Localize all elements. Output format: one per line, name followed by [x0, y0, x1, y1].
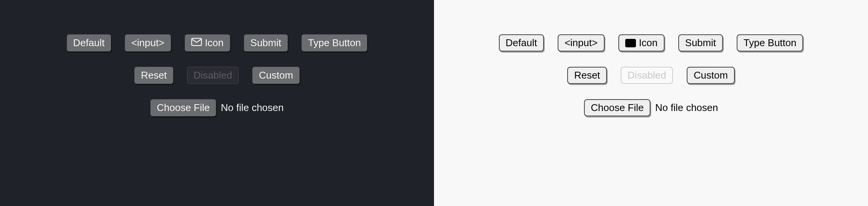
reset-button[interactable] [567, 67, 607, 84]
default-button-label: Default [506, 37, 537, 49]
icon-button[interactable]: Icon [185, 34, 230, 52]
dark-panel: Default Icon Type Button Disabled Custom… [0, 0, 434, 206]
custom-button-label: Custom [259, 69, 293, 81]
dark-row-3: Choose File No file chosen [150, 99, 284, 116]
light-row-1: Default Icon Type Button [499, 34, 803, 52]
default-button[interactable]: Default [499, 34, 544, 52]
type-button-label: Type Button [744, 37, 797, 49]
type-button[interactable]: Type Button [737, 34, 803, 52]
file-input[interactable]: Choose File No file chosen [584, 99, 718, 116]
dark-row-2: Disabled Custom [134, 67, 300, 84]
type-button-label: Type Button [308, 37, 361, 49]
submit-button[interactable] [244, 34, 288, 52]
default-button-label: Default [73, 37, 105, 49]
custom-button-label: Custom [694, 69, 728, 81]
mail-icon [191, 37, 202, 49]
light-panel: Default Icon Type Button Disabled Custom… [434, 0, 868, 206]
reset-button[interactable] [134, 67, 173, 84]
disabled-button-label: Disabled [194, 69, 232, 81]
file-status-text: No file chosen [221, 102, 284, 114]
file-status-text: No file chosen [655, 102, 718, 114]
disabled-button: Disabled [621, 67, 673, 84]
disabled-button: Disabled [187, 67, 239, 84]
custom-button[interactable]: Custom [687, 67, 735, 84]
choose-file-button[interactable]: Choose File [584, 99, 651, 116]
choose-file-button[interactable]: Choose File [150, 99, 216, 116]
icon-button-label: Icon [639, 37, 658, 49]
light-row-3: Choose File No file chosen [584, 99, 718, 116]
mail-icon [625, 39, 636, 47]
light-row-2: Disabled Custom [567, 67, 735, 84]
icon-button-label: Icon [205, 37, 224, 49]
input-button[interactable] [558, 34, 605, 52]
type-button[interactable]: Type Button [302, 34, 368, 52]
custom-button[interactable]: Custom [252, 67, 300, 84]
icon-button[interactable]: Icon [618, 34, 665, 52]
dark-row-1: Default Icon Type Button [67, 34, 368, 52]
default-button[interactable]: Default [67, 34, 111, 52]
submit-button[interactable] [678, 34, 723, 52]
input-button[interactable] [125, 34, 171, 52]
disabled-button-label: Disabled [628, 69, 666, 81]
file-input[interactable]: Choose File No file chosen [150, 99, 284, 116]
